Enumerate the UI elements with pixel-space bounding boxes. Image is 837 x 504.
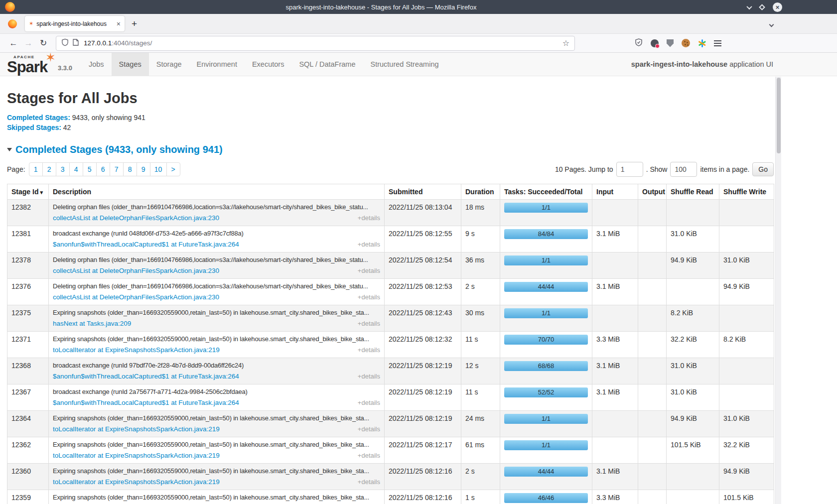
colorful-asterisk-extension-icon[interactable]	[698, 39, 706, 47]
column-header-output[interactable]: Output	[638, 184, 667, 200]
page-button-1[interactable]: 1	[29, 162, 43, 176]
stage-call-site-link[interactable]: $anonfun$withThreadLocalCaptured$1 at Fu…	[53, 372, 239, 381]
spark-nav-link[interactable]: Executors	[245, 53, 291, 76]
spark-nav-item-environment[interactable]: Environment	[189, 53, 245, 76]
details-toggle[interactable]: +details	[358, 398, 380, 407]
input-cell	[592, 411, 638, 437]
stage-call-site-link[interactable]: hasNext at Tasks.java:209	[53, 319, 131, 328]
column-header-shuffle-read[interactable]: Shuffle Read	[667, 184, 719, 200]
page-button-10[interactable]: 10	[150, 162, 167, 176]
page-button-3[interactable]: 3	[56, 162, 70, 176]
column-header-shuffle-write[interactable]: Shuffle Write	[719, 184, 774, 200]
spark-nav-item-stages[interactable]: Stages	[112, 53, 149, 76]
details-toggle[interactable]: +details	[358, 451, 380, 460]
page-button-9[interactable]: 9	[137, 162, 150, 176]
completed-stages-link[interactable]: Completed Stages:	[7, 114, 70, 122]
details-toggle[interactable]: +details	[358, 346, 380, 355]
stage-call-site-link[interactable]: $anonfun$withThreadLocalCaptured$1 at Fu…	[53, 240, 239, 249]
browser-tab[interactable]: ✶ spark-ingest-into-lakehous ×	[25, 16, 125, 31]
spark-nav-link[interactable]: Structured Streaming	[363, 53, 446, 76]
next-page-button[interactable]: >	[166, 162, 180, 176]
stage-call-site-link[interactable]: toLocalIterator at ExpireSnapshotsSparkA…	[53, 425, 220, 434]
tab-close-button[interactable]: ×	[117, 20, 121, 27]
stage-call-site-link[interactable]: toLocalIterator at ExpireSnapshotsSparkA…	[53, 478, 220, 487]
duration-value: 61 ms	[465, 440, 496, 449]
spark-nav-item-structured-streaming[interactable]: Structured Streaming	[363, 53, 446, 76]
details-toggle[interactable]: +details	[358, 293, 380, 302]
spark-nav-item-storage[interactable]: Storage	[149, 53, 189, 76]
vertical-scrollbar[interactable]	[775, 77, 781, 504]
input-value: 3.1 MiB	[596, 282, 634, 291]
completed-stages-section-header[interactable]: Completed Stages (9433, only showing 941…	[7, 144, 837, 155]
container-mask-extension-icon[interactable]	[651, 39, 659, 47]
jump-to-page-input[interactable]	[616, 162, 643, 177]
stage-call-site-link[interactable]: collectAsList at DeleteOrphanFilesSparkA…	[53, 293, 219, 302]
spark-nav-item-executors[interactable]: Executors	[245, 53, 291, 76]
column-header-duration[interactable]: Duration	[461, 184, 500, 200]
stage-summary: Completed Stages: 9433, only showing 941…	[7, 113, 837, 132]
spark-nav-link[interactable]: Stages	[112, 53, 149, 76]
details-toggle[interactable]: +details	[358, 478, 380, 487]
column-header-description[interactable]: Description	[49, 184, 385, 200]
page-button-6[interactable]: 6	[96, 162, 110, 176]
submitted-value: 2022/11/25 08:12:32	[389, 335, 457, 344]
stage-call-site-link[interactable]: toLocalIterator at ExpireSnapshotsSparkA…	[53, 451, 220, 460]
go-button[interactable]: Go	[752, 162, 774, 176]
firefox-view-button[interactable]	[8, 19, 17, 28]
details-toggle[interactable]: +details	[358, 266, 380, 275]
scrollbar-thumb[interactable]	[777, 78, 781, 153]
details-toggle[interactable]: +details	[358, 425, 380, 434]
page-button-5[interactable]: 5	[83, 162, 97, 176]
column-header-submitted[interactable]: Submitted	[385, 184, 461, 200]
window-minimize-button[interactable]	[747, 2, 751, 11]
spark-nav-link[interactable]: Environment	[189, 53, 245, 76]
spark-nav-item-jobs[interactable]: Jobs	[81, 53, 112, 76]
submitted-cell: 2022/11/25 08:12:53	[385, 279, 461, 305]
window-close-button[interactable]: ×	[773, 2, 782, 12]
stage-call-site-link[interactable]: collectAsList at DeleteOrphanFilesSparkA…	[53, 266, 219, 275]
page-button-7[interactable]: 7	[110, 162, 124, 176]
spark-logo[interactable]: APACHE Spark ✶	[7, 53, 53, 75]
spark-nav-link[interactable]: Jobs	[81, 53, 112, 76]
column-header-tasks-succeeded-total[interactable]: Tasks: Succeeded/Total	[500, 184, 592, 200]
cookie-extension-icon[interactable]	[682, 39, 690, 47]
page-button-4[interactable]: 4	[69, 162, 83, 176]
description-cell: Deleting orphan files (older_than=166910…	[49, 200, 385, 226]
window-maximize-button[interactable]	[760, 2, 764, 11]
items-per-page-input[interactable]	[670, 162, 697, 177]
stage-id-value: 12378	[11, 255, 44, 264]
spark-nav-link[interactable]: Storage	[149, 53, 189, 76]
shield-icon[interactable]	[61, 38, 69, 48]
tasks-progress-bar: 44/44	[504, 467, 588, 477]
column-header-stage-id[interactable]: Stage Id▾	[7, 184, 49, 200]
shield-check-extension-icon[interactable]	[635, 38, 643, 48]
details-toggle[interactable]: +details	[358, 214, 380, 223]
spark-nav-item-sql-dataframe[interactable]: SQL / DataFrame	[291, 53, 363, 76]
skipped-stages-link[interactable]: Skipped Stages:	[7, 124, 61, 131]
new-tab-button[interactable]: +	[132, 18, 137, 29]
details-toggle[interactable]: +details	[358, 240, 380, 249]
duration-cell: 18 ms	[461, 200, 500, 226]
ublock-shield-extension-icon[interactable]	[667, 39, 674, 47]
column-header-input[interactable]: Input	[592, 184, 638, 200]
back-button[interactable]: ←	[6, 38, 21, 48]
bookmark-star-icon[interactable]: ☆	[562, 39, 569, 47]
page-button-2[interactable]: 2	[42, 162, 56, 176]
details-toggle[interactable]: +details	[358, 319, 380, 328]
forward-button[interactable]: →	[21, 38, 36, 48]
spark-wordmark: Spark	[7, 59, 47, 75]
stage-call-site-link[interactable]: collectAsList at DeleteOrphanFilesSparkA…	[53, 214, 219, 223]
menu-hamburger-button[interactable]	[714, 40, 721, 46]
tasks-cell: 44/44	[500, 464, 592, 490]
list-all-tabs-button[interactable]	[770, 19, 773, 28]
stage-call-site-link[interactable]: $anonfun$withThreadLocalCaptured$1 at Fu…	[53, 398, 239, 407]
page-label: Page:	[7, 165, 25, 173]
page-button-8[interactable]: 8	[123, 162, 137, 176]
url-bar[interactable]: 127.0.0.1:4040/stages/ ☆	[56, 36, 575, 51]
stage-call-site-link[interactable]: toLocalIterator at ExpireSnapshotsSparkA…	[53, 346, 220, 355]
details-toggle[interactable]: +details	[358, 372, 380, 381]
spark-nav-link[interactable]: SQL / DataFrame	[291, 53, 363, 76]
reload-button[interactable]: ↻	[36, 38, 51, 48]
page-info-icon[interactable]	[73, 39, 79, 48]
tasks-cell: 44/44	[500, 279, 592, 305]
